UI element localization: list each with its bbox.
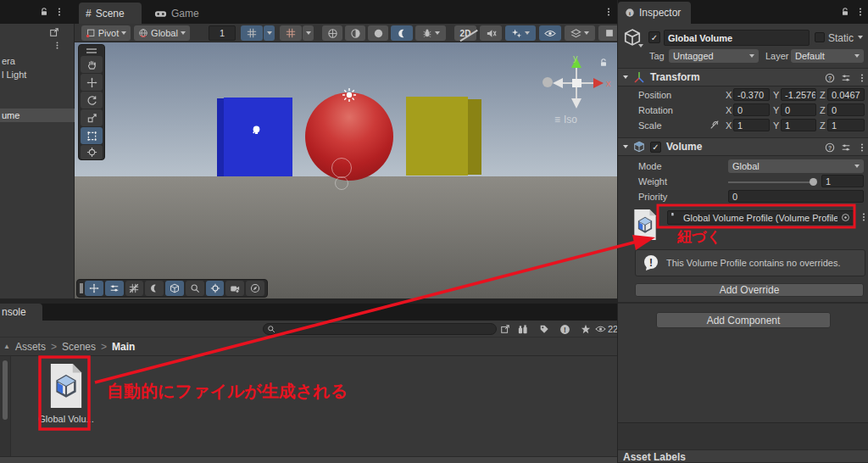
active-checkbox[interactable]: ✓ xyxy=(648,31,660,43)
help-icon[interactable] xyxy=(825,73,835,83)
shading-wireframe-button[interactable] xyxy=(322,25,342,41)
overlay-navigation-button[interactable] xyxy=(246,281,264,296)
volume-enabled-checkbox[interactable]: ✓ xyxy=(650,142,661,153)
lock-icon[interactable] xyxy=(598,58,609,68)
increment-snap-button[interactable] xyxy=(280,25,302,41)
star-icon[interactable] xyxy=(581,324,591,334)
overlay-camera-button[interactable] xyxy=(225,281,244,296)
rotation-x-input[interactable]: 0 xyxy=(733,103,770,116)
lock-icon[interactable] xyxy=(840,7,850,17)
presets-icon[interactable] xyxy=(841,142,851,153)
layers-dropdown[interactable] xyxy=(565,25,595,41)
scrollbar-thumb[interactable] xyxy=(3,360,8,420)
drag-handle[interactable] xyxy=(80,283,83,293)
profile-object-field[interactable]: Global Volume Profile (Volume Profile) xyxy=(667,210,854,225)
hierarchy-item-light[interactable]: l Light xyxy=(0,68,75,81)
overlay-gizmos-button[interactable] xyxy=(165,281,184,296)
overlay-move-button[interactable] xyxy=(85,281,103,296)
grid-snap-dropdown[interactable] xyxy=(264,25,275,41)
presets-icon[interactable] xyxy=(841,73,851,83)
view-tool-button[interactable] xyxy=(81,56,103,73)
audio-toggle-button[interactable] xyxy=(480,25,502,41)
popout-icon[interactable] xyxy=(500,324,510,334)
rect-tool-button[interactable] xyxy=(81,127,103,144)
kebab-menu-icon[interactable] xyxy=(857,142,867,153)
debug-dropdown[interactable] xyxy=(415,25,446,41)
blue-cube[interactable] xyxy=(224,98,292,176)
lighting-toggle-button[interactable] xyxy=(391,25,413,41)
warning-filter-icon[interactable] xyxy=(559,324,570,335)
shading-shaded-button[interactable] xyxy=(368,25,388,41)
weight-slider-knob[interactable] xyxy=(810,178,817,186)
pivot-dropdown[interactable]: Pivot xyxy=(81,25,131,41)
tag-dropdown[interactable]: Untagged xyxy=(669,49,759,63)
layer-dropdown[interactable]: Default xyxy=(791,49,864,63)
popout-icon[interactable] xyxy=(49,27,59,37)
overlay-search-button[interactable] xyxy=(186,281,204,296)
visibility-count[interactable]: 22 xyxy=(595,324,618,334)
overlay-center-button[interactable] xyxy=(206,281,225,296)
hierarchy-item-volume[interactable]: ume xyxy=(0,109,75,122)
search-input[interactable] xyxy=(263,323,497,335)
scene-view[interactable]: y x ≡ Iso xyxy=(75,42,617,298)
position-z-input[interactable]: 0.0467 xyxy=(827,88,865,101)
overlay-grid-button[interactable] xyxy=(125,281,144,296)
foldout-icon[interactable] xyxy=(623,145,628,148)
tag-icon[interactable] xyxy=(539,324,549,334)
scale-tool-button[interactable] xyxy=(81,109,103,126)
asset-item-global-volume-profile[interactable]: Global Volu... xyxy=(34,358,98,438)
scene-visibility-button[interactable] xyxy=(539,25,561,41)
link-broken-icon[interactable] xyxy=(709,120,720,130)
tab-console[interactable]: nsole xyxy=(0,304,42,321)
overlay-settings-button[interactable] xyxy=(105,281,124,296)
scale-x-input[interactable]: 1 xyxy=(733,119,770,131)
rotate-tool-button[interactable] xyxy=(81,92,103,109)
package-icon[interactable] xyxy=(517,324,528,335)
scale-z-input[interactable]: 1 xyxy=(827,119,865,131)
transform-tool-button[interactable] xyxy=(81,145,103,159)
grid-visibility-button[interactable] xyxy=(598,25,617,41)
increment-snap-dropdown[interactable] xyxy=(303,25,314,41)
help-icon[interactable] xyxy=(825,142,835,153)
rotation-z-input[interactable]: 0 xyxy=(827,103,865,116)
kebab-menu-icon[interactable] xyxy=(54,7,64,17)
shading-shaded-wire-button[interactable] xyxy=(345,25,365,41)
drag-handle[interactable] xyxy=(86,48,97,50)
rotation-y-input[interactable]: 0 xyxy=(781,103,816,116)
scrollbar-track[interactable] xyxy=(0,356,11,456)
transform-header[interactable]: Transform xyxy=(618,68,868,86)
scale-y-input[interactable]: 1 xyxy=(781,119,816,131)
grid-snap-button[interactable] xyxy=(241,25,263,41)
foldout-icon[interactable] xyxy=(623,75,628,79)
breadcrumb-scenes[interactable]: Scenes xyxy=(62,341,96,353)
add-component-button[interactable]: Add Component xyxy=(656,312,831,328)
kebab-menu-icon[interactable] xyxy=(53,41,62,50)
static-checkbox[interactable] xyxy=(815,32,825,42)
collapse-icon[interactable]: ▲ xyxy=(3,343,10,350)
kebab-menu-icon[interactable] xyxy=(604,7,614,17)
breadcrumb-assets[interactable]: Assets xyxy=(15,341,46,353)
volume-header[interactable]: ✓ Volume xyxy=(618,137,868,156)
kebab-menu-icon[interactable] xyxy=(857,73,867,83)
profile-thumbnail-icon[interactable] xyxy=(632,209,659,241)
weight-slider-track[interactable] xyxy=(728,181,815,183)
sun-gizmo-icon[interactable] xyxy=(342,87,357,103)
position-y-input[interactable]: -1.2576 xyxy=(781,88,816,101)
mode-dropdown[interactable]: Global xyxy=(728,159,864,173)
chevron-down-icon[interactable] xyxy=(858,36,863,39)
tab-inspector[interactable]: Inspector xyxy=(618,2,691,24)
grid-size-input[interactable]: 1 xyxy=(209,25,236,41)
preview-resize-area[interactable] xyxy=(618,422,868,449)
tab-game[interactable]: Game xyxy=(149,3,209,24)
object-picker-icon[interactable] xyxy=(841,213,850,222)
light-gizmo-icon[interactable] xyxy=(250,124,263,137)
chevron-down-icon[interactable] xyxy=(638,44,643,47)
yellow-cube[interactable] xyxy=(406,97,468,176)
lock-icon[interactable] xyxy=(39,7,49,17)
position-x-input[interactable]: -0.370 xyxy=(733,88,770,101)
hierarchy-item-camera[interactable]: era xyxy=(0,54,75,68)
global-dropdown[interactable]: Global xyxy=(134,25,190,41)
2d-toggle-button[interactable]: 2D xyxy=(454,25,476,41)
gameobject-name-input[interactable]: Global Volume xyxy=(664,30,810,46)
priority-input[interactable]: 0 xyxy=(728,190,864,203)
